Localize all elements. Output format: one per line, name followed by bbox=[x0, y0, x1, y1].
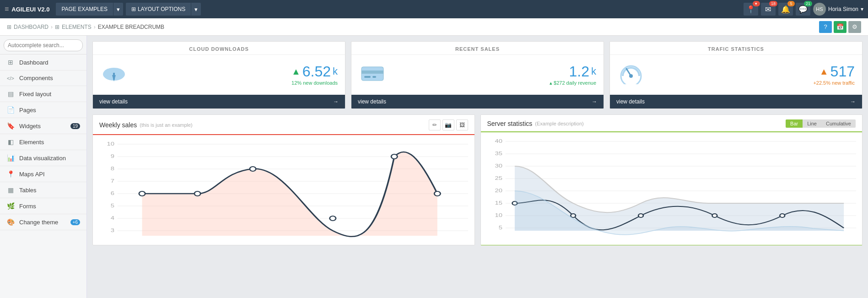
sidebar-item-change-theme[interactable]: 🎨 Change theme +6 bbox=[0, 214, 86, 230]
chart-tabs: Bar Line Cumulative bbox=[786, 119, 856, 128]
sidebar-item-label: Maps API bbox=[19, 171, 45, 178]
sales-footer-label: view details bbox=[358, 98, 386, 105]
sidebar-item-label: Data visualization bbox=[19, 155, 66, 162]
sidebar-item-label: Widgets bbox=[19, 123, 41, 130]
sidebar-item-pages[interactable]: 📄 Pages bbox=[0, 102, 86, 118]
traffic-number: 517 bbox=[830, 64, 855, 79]
bc-home-icon: ⊞ bbox=[7, 24, 11, 30]
cloud-stat-values: ▲ 6.52 k 12% new downloads bbox=[291, 64, 338, 86]
server-chart-header: Server statistics (Example description) … bbox=[481, 115, 863, 132]
page-examples-caret[interactable]: ▾ bbox=[113, 3, 123, 16]
traffic-stat-values: ▲ 517 +22.5% new traffic bbox=[813, 64, 855, 86]
page-examples-button[interactable]: PAGE EXAMPLES bbox=[56, 3, 113, 16]
svg-text:15: 15 bbox=[495, 200, 502, 206]
hamburger-icon[interactable]: ≡ bbox=[5, 5, 9, 13]
cloud-footer-arrow: → bbox=[333, 98, 339, 105]
sales-unit: k bbox=[591, 66, 596, 76]
svg-point-2 bbox=[114, 70, 124, 78]
weekly-chart-card: Weekly sales (this is just an example) ✏… bbox=[92, 114, 475, 245]
svg-text:30: 30 bbox=[495, 163, 502, 169]
sidebar: ⊞ Dashboard </> Components ▤ Fixed layou… bbox=[0, 36, 87, 298]
weekly-chart-title: Weekly sales bbox=[99, 121, 137, 129]
sidebar-item-label: Change theme bbox=[19, 219, 58, 226]
user-menu[interactable]: HS Horia Simon ▾ bbox=[813, 3, 863, 16]
user-name: Horia Simon bbox=[828, 6, 858, 12]
breadcrumb-item-3: EXAMPLE BREADCRUMB bbox=[98, 24, 164, 30]
recent-sales-title: RECENT SALES bbox=[351, 42, 604, 55]
breadcrumb-actions: ? 📅 ⚙ bbox=[819, 21, 861, 33]
svg-text:40: 40 bbox=[495, 138, 502, 144]
breadcrumb-help-button[interactable]: ? bbox=[819, 21, 832, 33]
sidebar-item-label: Tables bbox=[19, 187, 37, 194]
top-nav-right: 📍 ▾ ✉ 18 🔔 5 💬 21 HS Horia Simon ▾ bbox=[744, 3, 863, 16]
sidebar-item-label: Fixed layout bbox=[19, 91, 51, 98]
search-input[interactable] bbox=[4, 39, 83, 51]
sidebar-item-label: Components bbox=[19, 75, 53, 81]
svg-point-31 bbox=[250, 167, 256, 171]
tab-bar[interactable]: Bar bbox=[786, 119, 803, 128]
tables-icon: ▦ bbox=[6, 186, 15, 194]
weekly-edit-button[interactable]: ✏ bbox=[429, 119, 441, 130]
cloud-footer[interactable]: view details → bbox=[93, 95, 345, 108]
layout-icon: ⊞ bbox=[131, 6, 136, 12]
layout-options-button[interactable]: ⊞ LAYOUT OPTIONS bbox=[126, 3, 191, 16]
tab-cumulative[interactable]: Cumulative bbox=[821, 119, 856, 128]
svg-rect-4 bbox=[113, 73, 115, 80]
svg-text:8: 8 bbox=[111, 166, 114, 172]
cloud-sub: 12% new downloads bbox=[291, 80, 338, 86]
sales-footer[interactable]: view details → bbox=[351, 95, 604, 108]
cloud-icon bbox=[100, 61, 128, 88]
sidebar-item-widgets[interactable]: 🔖 Widgets 19 bbox=[0, 118, 86, 134]
layout-options-group: ⊞ LAYOUT OPTIONS ▾ bbox=[126, 3, 201, 16]
stats-row: CLOUD DOWNLOADS ▲ bbox=[92, 41, 863, 109]
sidebar-item-maps[interactable]: 📍 Maps API bbox=[0, 166, 86, 182]
sidebar-item-forms[interactable]: 🌿 Forms bbox=[0, 198, 86, 214]
cloud-downloads-body: ▲ 6.52 k 12% new downloads bbox=[93, 55, 345, 95]
sidebar-item-fixed-layout[interactable]: ▤ Fixed layout bbox=[0, 86, 86, 102]
main-layout: ⊞ Dashboard </> Components ▤ Fixed layou… bbox=[0, 36, 868, 298]
weekly-chart-actions: ✏ 📷 🖼 bbox=[429, 119, 468, 130]
weekly-chart-body: 10 9 8 7 6 5 4 3 bbox=[93, 135, 474, 245]
traffic-footer[interactable]: view details → bbox=[610, 95, 862, 108]
svg-text:9: 9 bbox=[111, 153, 114, 159]
weekly-chart-subtitle: (this is just an example) bbox=[140, 122, 193, 128]
svg-point-55 bbox=[780, 214, 785, 217]
sidebar-item-dashboard[interactable]: ⊞ Dashboard bbox=[0, 54, 86, 70]
breadcrumb-settings-button[interactable]: ⚙ bbox=[848, 21, 861, 33]
weekly-image-button[interactable]: 🖼 bbox=[456, 119, 468, 130]
svg-text:25: 25 bbox=[495, 175, 502, 181]
bell-icon-button[interactable]: 🔔 5 bbox=[778, 3, 793, 16]
sidebar-item-data-viz[interactable]: 📊 Data visualization bbox=[0, 150, 86, 166]
breadcrumb-calendar-button[interactable]: 📅 bbox=[834, 21, 846, 33]
cloud-footer-label: view details bbox=[99, 98, 128, 105]
sidebar-item-label: Dashboard bbox=[19, 59, 49, 66]
sales-stat-values: 1.2 k ▴ $272 daily revenue bbox=[550, 64, 596, 86]
layout-options-caret[interactable]: ▾ bbox=[191, 3, 201, 16]
sidebar-item-tables[interactable]: ▦ Tables bbox=[0, 182, 86, 198]
traffic-sub: +22.5% new traffic bbox=[813, 80, 855, 86]
traffic-card: TRAFIC STATISTICS ▲ bbox=[609, 41, 863, 109]
breadcrumb-item-2[interactable]: ELEMENTS bbox=[62, 24, 92, 30]
tab-line[interactable]: Line bbox=[803, 119, 821, 128]
sidebar-item-label: Pages bbox=[19, 107, 36, 114]
traffic-body: ▲ 517 +22.5% new traffic bbox=[610, 55, 862, 95]
cloud-downloads-title: CLOUD DOWNLOADS bbox=[93, 42, 345, 55]
chat-icon-button[interactable]: 💬 21 bbox=[796, 3, 810, 16]
sidebar-item-components[interactable]: </> Components bbox=[0, 70, 86, 86]
svg-text:10: 10 bbox=[495, 212, 502, 218]
fixed-layout-icon: ▤ bbox=[6, 90, 15, 98]
mail-icon-button[interactable]: ✉ 18 bbox=[761, 3, 776, 16]
user-caret-icon: ▾ bbox=[861, 6, 863, 12]
svg-point-52 bbox=[571, 214, 576, 217]
change-theme-badge: +6 bbox=[70, 219, 80, 225]
map-icon-button[interactable]: 📍 ▾ bbox=[744, 3, 758, 16]
breadcrumb-item-1[interactable]: DASHBOARD bbox=[14, 24, 49, 30]
weekly-camera-button[interactable]: 📷 bbox=[442, 119, 454, 130]
components-icon: </> bbox=[6, 76, 15, 81]
svg-point-53 bbox=[638, 214, 643, 217]
breadcrumb: ⊞ DASHBOARD › ⊞ ELEMENTS › EXAMPLE BREAD… bbox=[7, 24, 164, 30]
sidebar-item-label: Elements bbox=[19, 139, 44, 146]
sidebar-item-elements[interactable]: ◧ Elements bbox=[0, 134, 86, 150]
bell-badge: 5 bbox=[787, 1, 795, 6]
data-viz-icon: 📊 bbox=[6, 154, 15, 162]
